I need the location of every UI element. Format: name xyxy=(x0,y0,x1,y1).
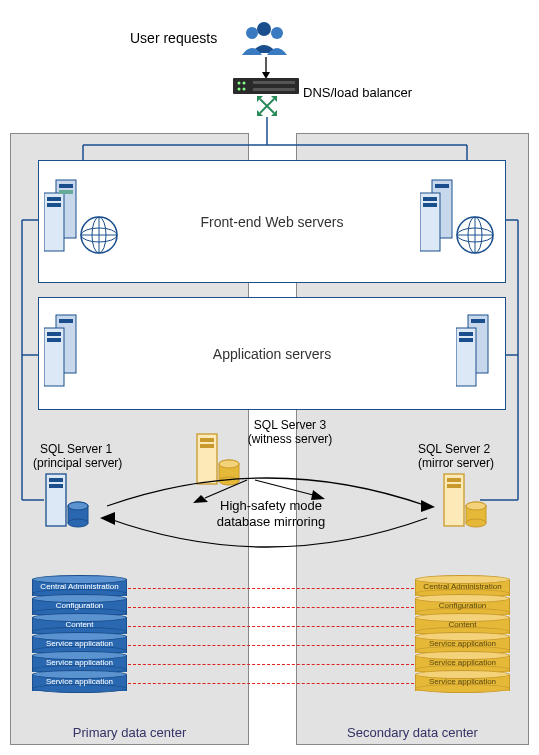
svg-rect-52 xyxy=(44,328,64,386)
db-sync-line xyxy=(128,683,414,684)
db-layer-label: Service application xyxy=(415,658,510,667)
db-layer: Service application xyxy=(415,670,510,692)
db-stack-secondary: Central AdministrationConfigurationConte… xyxy=(415,575,510,689)
svg-rect-54 xyxy=(47,338,61,342)
app-server-left xyxy=(44,310,84,390)
svg-point-73 xyxy=(68,519,88,527)
svg-rect-60 xyxy=(471,319,485,323)
svg-rect-45 xyxy=(435,184,449,188)
db-sync-line xyxy=(128,607,414,608)
web-server-left xyxy=(44,175,122,265)
db-layer-label: Service application xyxy=(415,677,510,686)
sql3-role: (witness server) xyxy=(235,432,345,446)
web-server-right xyxy=(420,175,498,265)
svg-marker-82 xyxy=(421,500,435,512)
sql2-name: SQL Server 2 xyxy=(418,442,490,456)
db-sync-line xyxy=(128,664,414,665)
db-layer-label: Central Administration xyxy=(32,582,127,591)
svg-rect-35 xyxy=(59,190,73,194)
db-layer-label: Content xyxy=(415,620,510,629)
svg-rect-59 xyxy=(459,338,473,342)
svg-marker-83 xyxy=(100,512,115,525)
svg-rect-69 xyxy=(49,478,63,482)
svg-rect-43 xyxy=(423,197,437,201)
db-stack-primary: Central AdministrationConfigurationConte… xyxy=(32,575,127,689)
svg-rect-58 xyxy=(459,332,473,336)
svg-rect-31 xyxy=(44,193,64,251)
svg-rect-55 xyxy=(59,319,73,323)
mirroring-label-2: database mirroring xyxy=(186,514,356,529)
svg-rect-32 xyxy=(47,197,61,201)
db-layer-label: Configuration xyxy=(415,601,510,610)
sql1-name: SQL Server 1 xyxy=(40,442,112,456)
db-layer: Service application xyxy=(32,670,127,692)
svg-rect-62 xyxy=(200,438,214,442)
app-server-right xyxy=(456,310,496,390)
svg-rect-33 xyxy=(47,203,61,207)
db-layer-label: Service application xyxy=(32,658,127,667)
sql1-server-icon xyxy=(44,472,94,534)
svg-rect-63 xyxy=(200,444,214,448)
db-layer-label: Service application xyxy=(32,639,127,648)
svg-rect-34 xyxy=(59,184,73,188)
svg-line-84 xyxy=(205,480,247,498)
db-sync-line xyxy=(128,588,414,589)
svg-rect-44 xyxy=(423,203,437,207)
db-sync-line xyxy=(128,645,414,646)
svg-rect-77 xyxy=(447,484,461,488)
db-layer-label: Service application xyxy=(415,639,510,648)
db-layer-label: Content xyxy=(32,620,127,629)
svg-rect-57 xyxy=(456,328,476,386)
sql3-name: SQL Server 3 xyxy=(235,418,345,432)
svg-point-74 xyxy=(68,502,88,510)
app-tier-box: Application servers xyxy=(38,297,506,410)
svg-point-80 xyxy=(466,519,486,527)
svg-rect-42 xyxy=(420,193,440,251)
svg-rect-53 xyxy=(47,332,61,336)
mirroring-label-1: High-safety mode xyxy=(186,498,356,513)
db-layer-label: Central Administration xyxy=(415,582,510,591)
app-tier-label: Application servers xyxy=(39,346,505,362)
db-layer-label: Service application xyxy=(32,677,127,686)
svg-rect-76 xyxy=(447,478,461,482)
svg-rect-70 xyxy=(49,484,63,488)
svg-line-86 xyxy=(255,480,317,496)
db-sync-line xyxy=(128,626,414,627)
db-layer-label: Configuration xyxy=(32,601,127,610)
svg-point-81 xyxy=(466,502,486,510)
sql2-server-icon xyxy=(442,472,492,534)
